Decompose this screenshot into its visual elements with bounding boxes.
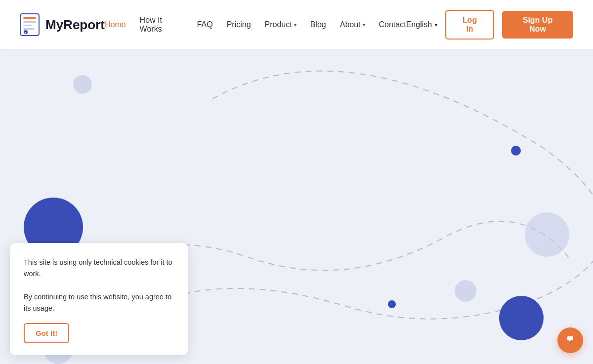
decorative-circle-dark-bottom: [499, 296, 544, 340]
language-chevron-down-icon: ▾: [435, 22, 437, 28]
cookie-accept-button[interactable]: Got It!: [24, 323, 69, 343]
language-selector[interactable]: English ▾: [406, 20, 437, 29]
nav-item-faq[interactable]: FAQ: [197, 20, 213, 29]
logo-icon: a: [20, 13, 40, 36]
decorative-circle-light-large: [525, 212, 569, 257]
nav-links: Home How It Works FAQ Pricing Product ▾ …: [105, 16, 406, 34]
signup-button[interactable]: Sign Up Now: [502, 11, 573, 39]
decorative-circle-dark-sm1: [511, 146, 521, 156]
decorative-circle-dark-sm3: [388, 300, 396, 308]
nav-item-pricing[interactable]: Pricing: [227, 20, 251, 29]
login-button[interactable]: Log In: [445, 10, 494, 40]
nav-link-about[interactable]: About ▾: [340, 20, 365, 29]
logo[interactable]: a MyReport: [20, 13, 105, 36]
hero-section: This site is using only technical cookie…: [0, 49, 593, 364]
svg-rect-2: [23, 21, 36, 23]
nav-link-contact[interactable]: Contact: [379, 20, 406, 29]
cookie-banner: This site is using only technical cookie…: [10, 243, 188, 355]
nav-link-home[interactable]: Home: [105, 20, 126, 29]
chat-button[interactable]: [557, 327, 583, 353]
about-chevron-down-icon: ▾: [363, 22, 365, 28]
nav-item-contact[interactable]: Contact: [379, 20, 406, 29]
decorative-circle-light-sm2: [455, 280, 476, 302]
svg-rect-1: [23, 17, 36, 19]
nav-link-how-it-works[interactable]: How It Works: [140, 16, 162, 33]
nav-link-pricing[interactable]: Pricing: [227, 20, 251, 29]
nav-link-product[interactable]: Product ▾: [265, 20, 296, 29]
nav-item-home[interactable]: Home: [105, 20, 126, 29]
logo-text: MyReport: [45, 17, 105, 33]
nav-link-faq[interactable]: FAQ: [197, 20, 213, 29]
decorative-circle-light-sm1: [73, 75, 92, 94]
nav-item-blog[interactable]: Blog: [310, 20, 326, 29]
cookie-line1: This site is using only technical cookie…: [24, 258, 172, 278]
svg-rect-3: [23, 25, 32, 26]
nav-right: English ▾ Log In Sign Up Now: [406, 10, 573, 40]
nav-item-how-it-works[interactable]: How It Works: [140, 16, 183, 34]
nav-item-product[interactable]: Product ▾: [265, 20, 296, 29]
product-chevron-down-icon: ▾: [294, 22, 296, 28]
svg-text:a: a: [25, 31, 27, 35]
cookie-text: This site is using only technical cookie…: [24, 257, 174, 314]
language-label: English: [406, 20, 432, 29]
nav-item-about[interactable]: About ▾: [340, 20, 365, 29]
navbar: a MyReport Home How It Works FAQ Pricing…: [0, 0, 593, 49]
nav-link-blog[interactable]: Blog: [310, 20, 326, 29]
chat-icon: [564, 332, 577, 348]
svg-rect-4: [23, 28, 34, 30]
cookie-line2: By continuing to use this website, you a…: [24, 293, 171, 312]
